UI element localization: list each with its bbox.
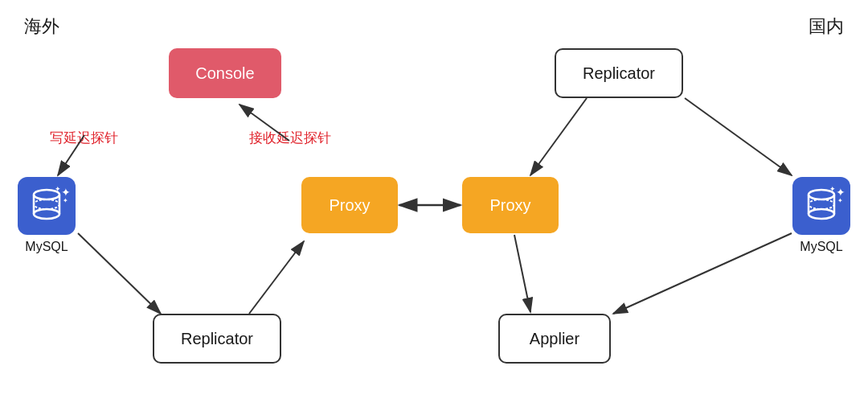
arrows-overlay (0, 0, 868, 411)
applier-box: Applier (498, 314, 611, 364)
replicator-bottom-label: Replicator (181, 330, 253, 348)
svg-text:✦: ✦ (829, 185, 836, 193)
svg-line-28 (613, 233, 792, 314)
svg-text:✦: ✦ (63, 197, 68, 204)
proxy-right-box: Proxy (462, 177, 559, 233)
svg-line-27 (514, 235, 530, 312)
applier-label: Applier (530, 330, 579, 348)
receive-probe-label: 接收延迟探针 (249, 129, 331, 147)
write-probe-label: 写延迟探针 (50, 129, 118, 147)
console-box: Console (169, 48, 281, 98)
mysql-right: ✦ ✦ ✦ MySQL (792, 177, 850, 254)
replicator-top-box: Replicator (555, 48, 683, 98)
svg-line-25 (685, 98, 792, 175)
mysql-left: ✦ ✦ ✦ MySQL (18, 177, 76, 254)
svg-line-26 (530, 98, 587, 175)
proxy-right-label: Proxy (489, 196, 530, 215)
mysql-right-label: MySQL (800, 240, 842, 254)
region-domestic: 国内 (809, 14, 844, 39)
svg-text:✦: ✦ (55, 185, 61, 193)
replicator-top-label: Replicator (583, 64, 655, 83)
mysql-left-label: MySQL (25, 240, 68, 254)
mysql-right-icon: ✦ ✦ ✦ (792, 177, 850, 235)
console-label: Console (195, 64, 254, 83)
region-overseas: 海外 (24, 14, 59, 39)
svg-text:✦: ✦ (837, 197, 843, 204)
svg-line-22 (78, 233, 161, 314)
proxy-left-label: Proxy (329, 196, 370, 215)
replicator-bottom-box: Replicator (153, 314, 281, 364)
svg-line-23 (249, 241, 304, 314)
mysql-left-icon: ✦ ✦ ✦ (18, 177, 76, 235)
proxy-left-box: Proxy (301, 177, 398, 233)
